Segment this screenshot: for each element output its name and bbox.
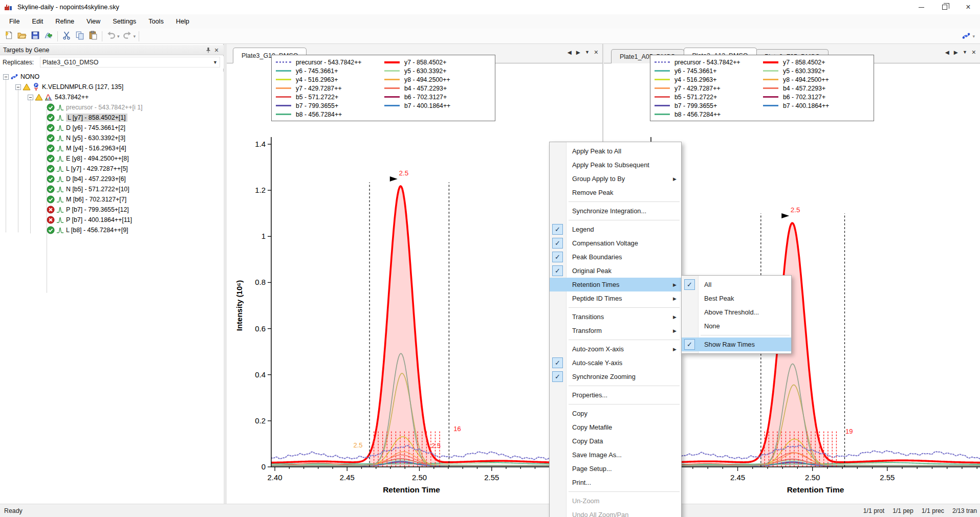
- tab-list-icon[interactable]: ▼: [963, 50, 967, 55]
- tree-row[interactable]: NONO: [0, 72, 224, 82]
- menu-item-best-peak[interactable]: Best Peak: [682, 291, 791, 305]
- legend-entry: b7 - 400.1864++: [763, 101, 869, 110]
- open-button[interactable]: [16, 30, 28, 42]
- menu-item-synchronize-zooming[interactable]: ✓Synchronize Zooming: [550, 370, 681, 384]
- menu-item-remove-peak[interactable]: Remove Peak: [550, 186, 681, 199]
- menu-item-synchronize-integration[interactable]: Synchronize Integration...: [550, 204, 681, 218]
- legend-entry: y7 - 858.4502+: [763, 58, 869, 66]
- close-chart-icon[interactable]: ×: [972, 50, 976, 55]
- prev-chart-icon[interactable]: ◀: [568, 49, 572, 55]
- replicates-row: Replicates: Plate3_G10_DMSO ▼: [0, 56, 224, 69]
- tree-row[interactable]: D [b4] - 457.2293+[6]: [0, 174, 224, 184]
- menu-item-copy[interactable]: Copy: [550, 407, 681, 420]
- menu-item-none[interactable]: None: [682, 319, 791, 333]
- menu-item-label: Show Raw Times: [704, 341, 755, 348]
- legend-entry-label: y7 - 858.4502+: [404, 59, 446, 66]
- tree-row[interactable]: M [b6] - 702.3127+[7]: [0, 194, 224, 205]
- legend-entry: precursor - 543.7842++: [276, 58, 382, 66]
- panel-close-icon[interactable]: ×: [212, 46, 221, 54]
- menu-item-apply-peak-to-subsequent[interactable]: Apply Peak to Subsequent: [550, 158, 681, 172]
- status-counts: 1/1 prot 1/1 pep 1/1 prec 2/13 tran: [863, 507, 977, 514]
- menu-item-copy-data[interactable]: Copy Data: [550, 434, 681, 448]
- menu-item-transitions[interactable]: Transitions▶: [550, 310, 681, 324]
- tree-row[interactable]: precursor - 543.7842++[i 1]: [0, 102, 224, 113]
- close-button[interactable]: ×: [956, 0, 980, 14]
- menu-item-retention-times[interactable]: Retention Times▶: [550, 278, 681, 291]
- menu-item-original-peak[interactable]: ✓Original Peak: [550, 264, 681, 278]
- tree-row[interactable]: E [y8] - 494.2500++[8]: [0, 153, 224, 164]
- prev-chart-icon[interactable]: ◀: [945, 49, 949, 55]
- y-tick-label: 0.6: [255, 324, 266, 333]
- menu-item-auto-scale-y-axis[interactable]: ✓Auto-scale Y-axis: [550, 356, 681, 370]
- menu-help[interactable]: Help: [170, 16, 195, 27]
- menu-item-label: None: [704, 322, 720, 330]
- legend-entry-label: y6 - 745.3661+: [296, 68, 338, 75]
- tree-row[interactable]: 543.7842++: [0, 92, 224, 102]
- menu-item-peptide-id-times[interactable]: Peptide ID Times▶: [550, 291, 681, 305]
- status-bar: Ready 1/1 prot 1/1 pep 1/1 prec 2/13 tra…: [0, 504, 980, 517]
- legend-entry: b8 - 456.7284++: [276, 110, 382, 119]
- menu-item-all[interactable]: ✓All: [682, 278, 791, 291]
- menu-item-compensation-voltage[interactable]: ✓Compensation Voltage: [550, 236, 681, 250]
- menu-item-page-setup[interactable]: Page Setup...: [550, 462, 681, 476]
- tree-row[interactable]: L [y7] - 858.4502+[1]: [0, 113, 224, 123]
- menu-settings[interactable]: Settings: [106, 16, 142, 27]
- tree-row[interactable]: P [b7] - 799.3655+[12]: [0, 205, 224, 215]
- menu-refine[interactable]: Refine: [49, 16, 80, 27]
- tree-row[interactable]: PK.VELDNMPLR.G [127, 135]: [0, 82, 224, 92]
- undo-button[interactable]: [105, 30, 117, 42]
- import-results-icon: [44, 31, 53, 41]
- chromatogram-chart-left[interactable]: 2.402.452.502.5500.20.40.60.811.21.4Rete…: [227, 63, 603, 504]
- submenu-arrow-icon: ▶: [673, 314, 677, 320]
- tab-list-icon[interactable]: ▼: [585, 50, 590, 55]
- chart-annotation: 2.5: [353, 441, 362, 449]
- menu-item-peak-boundaries[interactable]: ✓Peak Boundaries: [550, 250, 681, 264]
- menu-item-copy-metafile[interactable]: Copy Metafile: [550, 420, 681, 434]
- restore-button[interactable]: [933, 0, 956, 14]
- menu-item-apply-peak-to-all[interactable]: Apply Peak to All: [550, 144, 681, 158]
- undo-dropdown-caret[interactable]: ▾: [117, 34, 120, 39]
- menu-item-auto-zoom-x-axis[interactable]: Auto-zoom X-axis▶: [550, 342, 681, 356]
- redo-dropdown-caret[interactable]: ▾: [134, 34, 136, 39]
- transition-error-icon: [47, 216, 55, 224]
- menu-separator: [550, 305, 681, 310]
- tree-row[interactable]: N [y5] - 630.3392+[3]: [0, 133, 224, 143]
- cut-button[interactable]: [60, 30, 73, 42]
- menu-item-properties[interactable]: Properties...: [550, 388, 681, 402]
- next-chart-icon[interactable]: ▶: [954, 49, 958, 55]
- menu-item-group-apply-to-by[interactable]: Group Apply to By▶: [550, 172, 681, 186]
- paste-button[interactable]: [87, 30, 99, 42]
- tree-row[interactable]: L [b8] - 456.7284++[9]: [0, 225, 224, 235]
- targets-view-mode-button[interactable]: [960, 30, 972, 42]
- replicates-dropdown[interactable]: Plate3_G10_DMSO ▼: [40, 57, 220, 68]
- menu-item-show-raw-times[interactable]: ✓Show Raw Times: [682, 338, 791, 351]
- tree-row[interactable]: M [y4] - 516.2963+[4]: [0, 143, 224, 153]
- save-button[interactable]: [29, 30, 41, 42]
- new-document-button[interactable]: [3, 30, 15, 42]
- menu-item-legend[interactable]: ✓Legend: [550, 222, 681, 236]
- tree-row[interactable]: D [y6] - 745.3661+[2]: [0, 123, 224, 133]
- tree-row[interactable]: P [b7] - 400.1864++[11]: [0, 215, 224, 225]
- menu-edit[interactable]: Edit: [26, 16, 49, 27]
- close-chart-icon[interactable]: ×: [594, 50, 598, 55]
- menu-item-save-image-as[interactable]: Save Image As...: [550, 448, 681, 462]
- menu-tools[interactable]: Tools: [142, 16, 170, 27]
- tree-row[interactable]: N [b5] - 571.2722+[10]: [0, 184, 224, 194]
- minimize-button[interactable]: [909, 0, 933, 14]
- next-chart-icon[interactable]: ▶: [576, 49, 580, 55]
- submenu-arrow-icon: ▶: [673, 347, 677, 352]
- legend-entry-label: b5 - 571.2722+: [296, 94, 338, 101]
- redo-button[interactable]: [121, 30, 134, 42]
- menu-item-transform[interactable]: Transform▶: [550, 324, 681, 338]
- menu-item-print[interactable]: Print...: [550, 476, 681, 489]
- targets-view-caret[interactable]: ▾: [972, 34, 975, 39]
- peak-icon: [56, 175, 64, 183]
- pin-icon[interactable]: [204, 46, 212, 54]
- menu-view[interactable]: View: [80, 16, 106, 27]
- menu-item-above-threshold[interactable]: Above Threshold...: [682, 305, 791, 319]
- tree-row[interactable]: L [y7] - 429.7287++[5]: [0, 164, 224, 174]
- import-results-button[interactable]: [42, 30, 55, 42]
- menu-file[interactable]: File: [3, 16, 26, 27]
- copy-button[interactable]: [74, 30, 86, 42]
- paste-icon: [89, 31, 98, 41]
